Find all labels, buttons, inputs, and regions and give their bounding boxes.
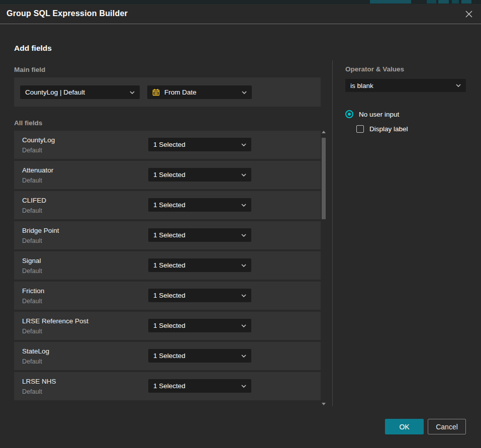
scrollbar[interactable] [321,129,327,407]
add-fields-heading: Add fields [14,44,52,53]
field-source: Default [22,388,42,395]
field-values-select[interactable]: 1 Selected [148,289,251,302]
field-source: Default [22,358,42,365]
chevron-down-icon [241,294,246,297]
field-values-select[interactable]: 1 Selected [148,319,251,332]
main-field-panel: CountyLog | Default From Date [14,77,321,107]
close-icon [465,10,473,18]
field-values-select-value: 1 Selected [153,322,238,329]
chevron-down-icon [456,84,461,87]
background-accent [370,0,411,4]
field-row: StateLog Default 1 Selected [14,342,321,370]
field-source: Default [22,207,42,214]
operator-values-label: Operator & Values [345,65,404,73]
field-values-select-value: 1 Selected [153,231,238,239]
no-user-input-label: No user input [359,111,399,118]
field-name: CountyLog [22,136,55,144]
field-source: Default [22,328,42,335]
group-sql-expression-builder-dialog: Group SQL Expression Builder Add fields … [0,4,481,448]
chevron-down-icon [241,354,246,357]
operator-select-value: is blank [350,82,453,89]
field-source: Default [22,267,42,275]
scroll-down-arrow[interactable] [322,403,326,405]
all-fields-list: CountyLog Default 1 Selected Attenuator … [14,131,321,402]
field-values-select[interactable]: 1 Selected [148,258,251,272]
display-label-label: Display label [369,125,408,133]
field-row: CLIFED Default 1 Selected [14,191,321,219]
field-values-select-value: 1 Selected [153,141,238,148]
field-source: Default [22,177,42,184]
field-values-select[interactable]: 1 Selected [148,138,251,151]
dialog-title: Group SQL Expression Builder [7,9,128,18]
background-accent [438,0,449,4]
field-values-select-value: 1 Selected [153,352,238,360]
field-row: LRSE Reference Post Default 1 Selected [14,312,321,340]
field-name: Friction [22,287,44,295]
field-values-select[interactable]: 1 Selected [148,198,251,212]
field-values-select[interactable]: 1 Selected [148,168,251,182]
main-field-label: Main field [14,66,45,73]
chevron-down-icon [241,264,246,267]
chevron-down-icon [241,234,246,237]
radio-icon [345,110,353,118]
field-name: LRSE Reference Post [22,317,88,325]
chevron-down-icon [241,173,246,176]
chevron-down-icon [242,91,247,94]
field-source: Default [22,237,42,244]
field-name: CLIFED [22,197,46,204]
scrollbar-thumb[interactable] [322,138,326,219]
field-values-select[interactable]: 1 Selected [148,228,251,242]
field-name: Attenuator [22,166,53,174]
field-source: Default [22,147,42,154]
field-name: StateLog [22,347,49,355]
field-row: LRSE NHS Default 1 Selected [14,372,321,400]
chevron-down-icon [241,143,246,146]
field-row: Signal Default 1 Selected [14,251,321,280]
field-row: Friction Default 1 Selected [14,282,321,310]
scroll-up-arrow[interactable] [322,131,326,133]
cancel-button[interactable]: Cancel [428,419,466,434]
chevron-down-icon [241,324,246,327]
panel-divider [332,60,333,406]
chevron-down-icon [241,385,246,388]
main-field-select-value: From Date [164,88,239,96]
field-values-select-value: 1 Selected [153,201,238,209]
field-values-select-value: 1 Selected [153,261,238,269]
chevron-down-icon [130,91,135,94]
field-name: LRSE NHS [22,378,56,385]
field-values-select[interactable]: 1 Selected [148,379,251,393]
field-name: Bridge Point [22,227,59,234]
calendar-icon [152,88,160,96]
background-accent [452,0,459,4]
field-row: Attenuator Default 1 Selected [14,161,321,189]
no-user-input-radio[interactable]: No user input [345,110,399,118]
operator-select[interactable]: is blank [345,79,466,92]
field-name: Signal [22,257,41,264]
field-row: CountyLog Default 1 Selected [14,131,321,159]
field-values-select[interactable]: 1 Selected [148,349,251,363]
field-values-select-value: 1 Selected [153,382,238,390]
field-row: Bridge Point Default 1 Selected [14,221,321,249]
field-source: Default [22,298,42,305]
main-field-select[interactable]: From Date [147,85,252,99]
layer-select-value: CountyLog | Default [25,88,127,96]
background-app-edge [0,0,481,4]
dialog-header: Group SQL Expression Builder [0,4,481,24]
checkbox-icon [356,125,364,133]
chevron-down-icon [241,204,246,207]
field-values-select-value: 1 Selected [153,292,238,299]
display-label-checkbox[interactable]: Display label [356,125,408,133]
layer-select[interactable]: CountyLog | Default [20,85,140,99]
ok-button[interactable]: OK [385,419,424,434]
background-accent [461,0,471,4]
all-fields-label: All fields [14,119,42,127]
field-values-select-value: 1 Selected [153,171,238,178]
background-accent [427,0,436,4]
close-button[interactable] [461,6,477,22]
